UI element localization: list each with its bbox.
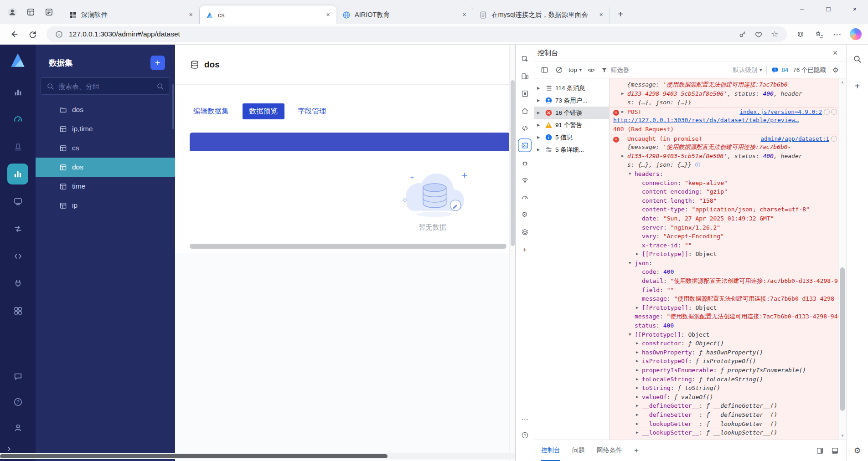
sidebar-errors[interactable]: ▶ 16 个错误 bbox=[534, 107, 609, 119]
rail-flow-icon[interactable] bbox=[7, 218, 28, 239]
console-icon[interactable] bbox=[518, 138, 532, 152]
sidebar-settings-gear-icon[interactable]: ⚙ bbox=[854, 446, 861, 456]
sidebar-search[interactable] bbox=[41, 77, 170, 95]
tab-close-icon[interactable]: × bbox=[323, 10, 333, 20]
dataset-tab[interactable]: 数据预览 bbox=[243, 103, 284, 119]
disclosure-arrow-icon[interactable]: ▶ bbox=[621, 152, 627, 161]
console-scrollbar[interactable]: ▲ ▼ bbox=[838, 78, 846, 440]
disclosure-arrow-icon[interactable] bbox=[636, 187, 642, 196]
disclosure-arrow-icon[interactable]: ▼ bbox=[629, 169, 635, 179]
inspect-icon[interactable] bbox=[518, 52, 532, 66]
refresh-icon[interactable] bbox=[25, 26, 40, 42]
rail-chat-icon[interactable] bbox=[7, 366, 28, 387]
disclosure-arrow-icon[interactable] bbox=[629, 321, 635, 330]
search-input[interactable] bbox=[58, 82, 152, 90]
source-location-link[interactable]: index.js?version=4.9.0:2 bbox=[736, 108, 824, 116]
tab-actions-icon[interactable] bbox=[41, 5, 57, 20]
clear-console-icon[interactable] bbox=[554, 65, 564, 75]
drawer-tab-issues[interactable]: 问题 bbox=[572, 440, 585, 461]
activity-help-icon[interactable]: ? bbox=[518, 428, 532, 442]
disclosure-arrow-icon[interactable]: ▶ bbox=[636, 384, 642, 393]
dataset-tab[interactable]: 编辑数据集 bbox=[192, 103, 230, 119]
disclosure-arrow-icon[interactable] bbox=[636, 205, 642, 214]
horizontal-scroll-thumb[interactable] bbox=[0, 454, 388, 458]
source-location-link[interactable]: admin#/app/dataset:1 bbox=[757, 134, 831, 143]
disclosure-arrow-icon[interactable] bbox=[621, 134, 627, 143]
chevron-right-icon[interactable]: ▶ bbox=[537, 148, 542, 152]
console-scroll-thumb[interactable] bbox=[840, 267, 845, 411]
disclosure-arrow-icon[interactable] bbox=[636, 179, 642, 188]
context-selector[interactable]: top▾ bbox=[568, 67, 582, 73]
rail-code-icon[interactable] bbox=[7, 246, 28, 266]
scroll-down-icon[interactable]: ▼ bbox=[839, 434, 846, 438]
disclosure-arrow-icon[interactable]: ▶ bbox=[636, 339, 642, 348]
dataset-list-item[interactable]: cs bbox=[36, 138, 175, 158]
activity-more-icon[interactable]: ⋯ bbox=[518, 413, 532, 426]
log-level-selector[interactable]: 默认级别▾ bbox=[733, 66, 762, 74]
disclosure-arrow-icon[interactable]: ▶ bbox=[621, 108, 627, 116]
tab-close-icon[interactable]: × bbox=[460, 10, 469, 20]
copy-icon[interactable] bbox=[831, 109, 837, 115]
disclosure-arrow-icon[interactable] bbox=[636, 223, 642, 232]
disclosure-arrow-icon[interactable] bbox=[621, 98, 627, 107]
add-dataset-button[interactable]: + bbox=[150, 56, 165, 70]
sidebar-warnings[interactable]: ▶ 91 个警告 bbox=[534, 119, 609, 131]
tab-close-icon[interactable]: × bbox=[596, 10, 606, 20]
disclosure-arrow-icon[interactable]: ▶ bbox=[636, 348, 642, 357]
sidebar-user-messages[interactable]: ▶ 73 条用户... bbox=[534, 94, 609, 107]
performance-icon[interactable] bbox=[518, 190, 532, 204]
disclosure-arrow-icon[interactable]: ▶ bbox=[636, 410, 642, 420]
chevron-right-icon[interactable]: ▶ bbox=[537, 123, 542, 127]
disclosure-arrow-icon[interactable]: ▶ bbox=[636, 420, 642, 429]
disclosure-arrow-icon[interactable] bbox=[636, 196, 642, 205]
rail-screens-icon[interactable] bbox=[7, 191, 28, 212]
disclosure-arrow-icon[interactable]: ▶ bbox=[621, 89, 627, 98]
elements-icon[interactable] bbox=[518, 87, 532, 100]
disclosure-arrow-icon[interactable]: ▶ bbox=[636, 366, 642, 375]
settings-more-icon[interactable]: ⋯ bbox=[830, 26, 845, 42]
more-tools-icon[interactable]: + bbox=[518, 242, 532, 256]
link-info-icon[interactable] bbox=[824, 109, 830, 115]
devtools-close-icon[interactable]: × bbox=[829, 48, 842, 58]
disclosure-arrow-icon[interactable]: ▶ bbox=[636, 303, 642, 312]
favorites-bar-icon[interactable] bbox=[811, 26, 827, 42]
chevron-right-icon[interactable]: ▶ bbox=[537, 135, 542, 139]
disclosure-arrow-icon[interactable] bbox=[636, 277, 642, 286]
disclosure-arrow-icon[interactable] bbox=[636, 232, 642, 241]
extensions-icon[interactable] bbox=[793, 26, 809, 42]
application-icon[interactable] bbox=[518, 225, 532, 239]
disclosure-arrow-icon[interactable] bbox=[636, 294, 642, 303]
page-horizontal-scrollbar[interactable] bbox=[0, 453, 515, 459]
browser-tab[interactable]: AIRIOT教育 × bbox=[336, 5, 473, 24]
rail-charts-icon[interactable] bbox=[7, 164, 28, 184]
dock-side-icon[interactable] bbox=[816, 447, 824, 455]
sidebar-scrollbar[interactable] bbox=[172, 84, 174, 129]
minimize-button[interactable]: – bbox=[789, 0, 815, 17]
browser-tab[interactable]: 深澜软件 × bbox=[63, 5, 200, 24]
favorite-star-icon[interactable]: ☆ bbox=[769, 28, 780, 40]
dataset-list-item[interactable]: dos bbox=[36, 100, 175, 119]
sidebar-search-icon[interactable] bbox=[851, 52, 864, 66]
filter-input[interactable] bbox=[611, 67, 679, 73]
profile-avatar[interactable] bbox=[5, 5, 20, 20]
memory-icon[interactable]: ⚙ bbox=[518, 208, 532, 221]
browser-essentials-icon[interactable] bbox=[753, 28, 765, 40]
airiot-logo[interactable] bbox=[8, 51, 27, 70]
browser-tab[interactable]: 在mysql连接之后，数据源里面会 × bbox=[473, 5, 610, 24]
network-icon[interactable] bbox=[518, 173, 532, 187]
copilot-icon[interactable] bbox=[850, 28, 862, 40]
site-info-icon[interactable] bbox=[53, 28, 65, 40]
rail-plugin-icon[interactable] bbox=[7, 273, 28, 294]
chevron-right-icon[interactable]: ▶ bbox=[537, 98, 542, 102]
chevron-right-icon[interactable]: ▶ bbox=[537, 86, 542, 90]
disclosure-arrow-icon[interactable] bbox=[621, 80, 627, 89]
drawer-tab-console[interactable]: 控制台 bbox=[541, 440, 560, 461]
scroll-up-icon[interactable]: ▲ bbox=[839, 80, 846, 84]
disclosure-arrow-icon[interactable]: ▶ bbox=[636, 250, 642, 259]
disclosure-arrow-icon[interactable] bbox=[636, 214, 642, 223]
dock-bottom-icon[interactable] bbox=[831, 447, 839, 455]
debugger-icon[interactable] bbox=[518, 156, 532, 169]
issues-counter[interactable]: 84 bbox=[771, 67, 788, 74]
dataset-tab[interactable]: 字段管理 bbox=[297, 103, 327, 119]
drawer-add-tab-icon[interactable]: + bbox=[634, 446, 639, 455]
